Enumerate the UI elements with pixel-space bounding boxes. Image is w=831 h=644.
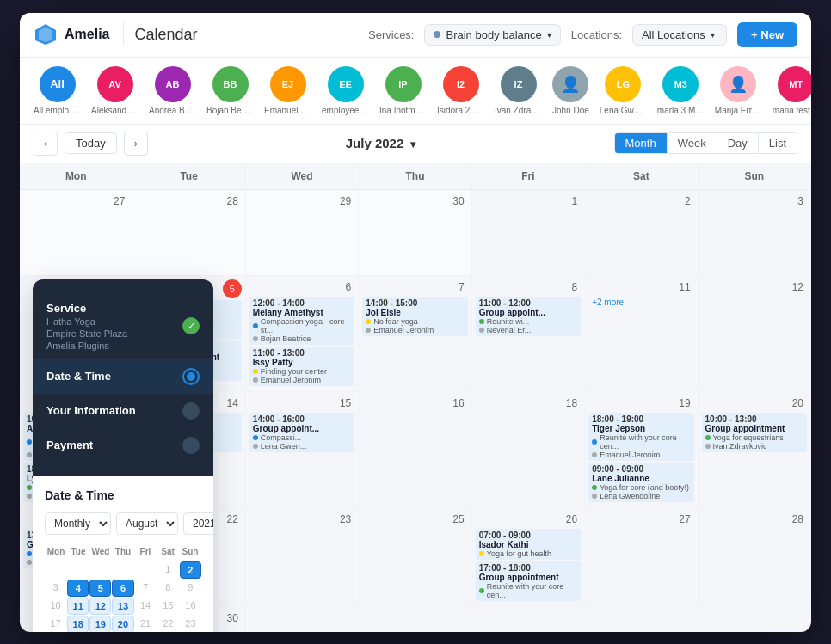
mini-cal-cell[interactable]: 20 xyxy=(112,616,133,632)
employee-avatar[interactable]: BBBojan Beatrice xyxy=(206,66,254,115)
calendar-cell[interactable]: 23 xyxy=(246,508,359,607)
event-dot xyxy=(27,485,32,490)
employee-avatar[interactable]: 👤John Doe xyxy=(552,66,589,115)
calendar-event[interactable]: 14:00 - 15:00Joi ElsieNo fear yogaEmanue… xyxy=(362,297,467,336)
event-dot xyxy=(479,319,484,324)
calendar-cell[interactable]: 12 xyxy=(699,276,811,392)
employee-avatar[interactable]: MTmaria test Maya-Tatroy xyxy=(773,66,811,115)
calendar-cell[interactable]: 27 xyxy=(585,508,698,607)
calendar-event[interactable]: 17:00 - 18:00Group appointmentReunite wi… xyxy=(476,561,581,601)
employee-avatar[interactable]: AVAleksandar... xyxy=(91,66,138,115)
calendar-event[interactable]: 11:00 - 12:00Group appoint...Reunite wi.… xyxy=(476,297,581,336)
sidebar-item-payment[interactable]: Payment xyxy=(33,428,213,463)
calendar-cell[interactable]: 27 xyxy=(20,190,132,276)
calendar-cell[interactable]: 2 xyxy=(585,190,698,276)
employee-dot xyxy=(592,494,597,499)
view-button-month[interactable]: Month xyxy=(615,133,667,153)
view-button-day[interactable]: Day xyxy=(717,133,758,153)
new-button[interactable]: + New xyxy=(737,22,797,47)
mini-cal-cell[interactable]: 4 xyxy=(67,580,89,597)
calendar-cell[interactable]: 1514:00 - 16:00Group appoint...Compassi.… xyxy=(246,392,359,508)
employee-avatar[interactable]: IZIvan Zdravk... xyxy=(495,66,542,115)
calendar-event[interactable]: 14:00 - 16:00Group appoint...Compassi...… xyxy=(249,413,354,452)
calendar-cell[interactable]: 612:00 - 14:00Melany AmethystCompassion … xyxy=(246,276,359,392)
employee-avatar[interactable]: M3marla 3 Mike Sober xyxy=(657,66,705,115)
view-button-list[interactable]: List xyxy=(758,133,797,153)
calendar-cell[interactable]: 1918:00 - 19:00Tiger JepsonReunite with … xyxy=(585,392,698,508)
calendar-cell[interactable]: 2010:00 - 13:00Group appointmentYoga for… xyxy=(699,392,811,508)
mini-cal-day-header: Fri xyxy=(134,545,157,558)
employee-avatar[interactable]: EEemployee e... xyxy=(322,66,369,115)
calendar-cell[interactable]: 714:00 - 15:00Joi ElsieNo fear yogaEmanu… xyxy=(359,276,471,392)
employee-dot xyxy=(705,444,711,449)
employee-avatar[interactable]: AllAll employees xyxy=(34,66,81,115)
current-month-label: July 2022 xyxy=(346,136,404,150)
sidebar-item-service[interactable]: ServiceHatha YogaEmpire State PlazaAmeli… xyxy=(33,293,213,359)
calendar-cell[interactable]: 29 xyxy=(246,190,359,276)
employee-name: Lena Gwen... xyxy=(261,442,307,451)
month-select[interactable]: August xyxy=(116,512,178,535)
calendar-event[interactable]: 09:00 - 09:00Lane JulianneYoga for core … xyxy=(588,463,693,502)
service-select[interactable]: Brain body balance ▾ xyxy=(424,24,560,46)
employee-avatar[interactable]: ABAndrea Barber xyxy=(149,66,196,115)
view-buttons: MonthWeekDayList xyxy=(614,132,798,154)
prev-month-button[interactable]: ‹ xyxy=(34,132,58,156)
calendar-cell[interactable]: 1 xyxy=(472,190,585,276)
calendar-cell[interactable]: 28 xyxy=(132,190,245,276)
calendar-date: 26 xyxy=(476,512,581,527)
year-select[interactable]: 2021 xyxy=(183,512,213,535)
calendar-date: 15 xyxy=(249,396,354,411)
calendar-cell[interactable]: 18 xyxy=(472,392,585,508)
calendar-date: 28 xyxy=(136,193,241,209)
today-button[interactable]: Today xyxy=(65,132,117,154)
mini-cal-cell[interactable]: 19 xyxy=(89,616,111,632)
event-employee: Emanuel Jeronim xyxy=(253,376,351,384)
mini-cal-cell[interactable]: 18 xyxy=(67,616,89,632)
calendar-cell[interactable]: 28 xyxy=(699,508,811,607)
employee-avatar[interactable]: IPIna Inotme Emily Erne xyxy=(379,66,427,115)
event-service: Reunite with your core cen... xyxy=(479,582,577,599)
mini-cal-cell[interactable]: 11 xyxy=(67,598,89,615)
calendar-date: 6 xyxy=(249,279,354,295)
view-select[interactable]: Monthly xyxy=(45,512,111,535)
employee-avatar[interactable]: LGLena Gwen... xyxy=(600,66,647,115)
calendar-event[interactable]: 12:00 - 14:00Melany AmethystCompassion y… xyxy=(249,297,354,345)
mini-cal-cell[interactable]: 6 xyxy=(112,580,133,597)
more-events-link[interactable]: +2 more xyxy=(588,297,693,308)
event-service: Yoga for equestrians xyxy=(705,433,803,442)
date-controls: Monthly August 2021 ‹ › xyxy=(45,512,201,535)
calendar-cell[interactable]: 811:00 - 12:00Group appoint...Reunite wi… xyxy=(472,276,585,392)
calendar-event[interactable]: 07:00 - 09:00Isador KathiYoga for gut he… xyxy=(476,529,581,560)
sidebar-item-date-&-time[interactable]: Date & Time xyxy=(33,359,213,394)
employee-avatar[interactable]: 👤Marija Errol Marija Tess xyxy=(715,66,762,115)
next-month-button[interactable]: › xyxy=(124,132,148,156)
calendar-cell[interactable]: 3 xyxy=(699,190,811,276)
calendar-event[interactable]: 11:00 - 13:00Issy PattyFinding your cent… xyxy=(249,347,354,386)
calendar-event[interactable]: 10:00 - 13:00Group appointmentYoga for e… xyxy=(702,413,807,452)
employee-name: Emanuel Jeronim xyxy=(600,451,660,459)
mini-cal-cell[interactable]: 5 xyxy=(89,580,111,597)
calendar-event[interactable]: 18:00 - 19:00Tiger JepsonReunite with yo… xyxy=(588,413,693,461)
calendar-cell[interactable]: 16 xyxy=(359,392,471,508)
mini-cal-cell[interactable]: 12 xyxy=(89,598,111,615)
employee-avatar[interactable]: EJEmanuel Jer... xyxy=(264,66,311,115)
employee-name: Emanuel Jeronim xyxy=(373,326,434,334)
sidebar-item-your-information[interactable]: Your Information xyxy=(33,394,213,428)
locations-select[interactable]: All Locations ▾ xyxy=(632,24,727,46)
calendar-cell[interactable]: 25 xyxy=(359,508,471,607)
calendar-cell[interactable]: 30 xyxy=(359,190,471,276)
event-dot xyxy=(705,435,711,440)
employee-avatar[interactable]: I2Isidora 2 Leslie Erne xyxy=(437,66,484,115)
top-bar: Amelia Calendar Services: Brain body bal… xyxy=(20,13,811,58)
calendar-date: 12 xyxy=(702,279,807,295)
calendar-cell[interactable]: 2607:00 - 09:00Isador KathiYoga for gut … xyxy=(472,508,585,607)
mini-cal-cell[interactable]: 2 xyxy=(180,561,201,579)
mini-cal-cell[interactable]: 13 xyxy=(112,598,133,615)
employee-name: Emanuel Jer... xyxy=(264,106,311,115)
calendar-cell[interactable]: 11+2 more xyxy=(585,276,698,392)
event-service: Reunite with your core cen... xyxy=(592,433,690,451)
calendar-date: 8 xyxy=(476,279,581,295)
view-button-week[interactable]: Week xyxy=(667,133,717,153)
calendar-date: 2 xyxy=(588,193,693,209)
calendar-dropdown-icon[interactable]: ▾ xyxy=(410,138,416,150)
